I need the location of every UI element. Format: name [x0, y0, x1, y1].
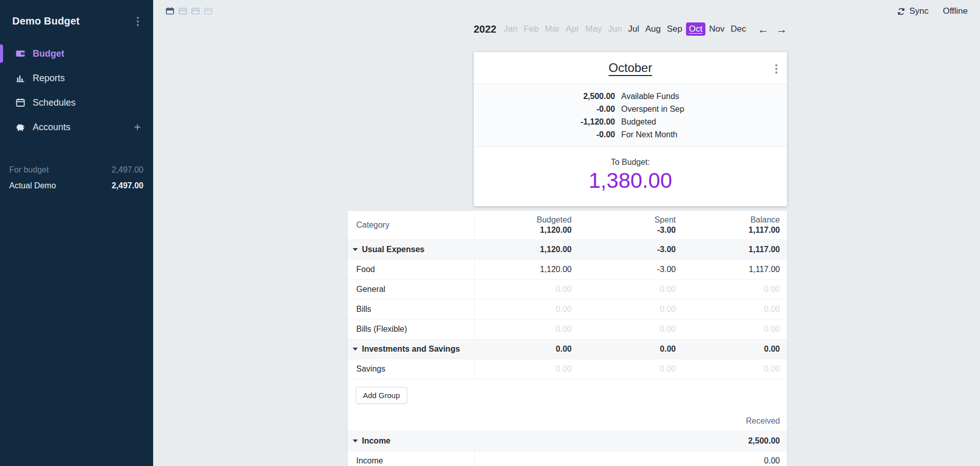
group-row-investments-savings: Investments and Savings 0.00 0.00 0.00 [348, 339, 787, 359]
budget-file-header: Demo Budget [0, 0, 153, 39]
overspent-row: -0.00 Overspent in Sep [474, 103, 787, 115]
category-name-cell[interactable]: General [348, 280, 475, 299]
chevron-down-icon[interactable] [353, 439, 358, 443]
calendar-icon [15, 97, 26, 108]
for-next-month-value: -0.00 [474, 128, 615, 141]
balance-cell[interactable]: 0.00 [683, 359, 787, 379]
balance-cell[interactable]: 1,117.00 [683, 260, 787, 279]
sidebar-item-budget[interactable]: Budget [0, 41, 153, 66]
group-name: Income [362, 436, 390, 446]
for-budget-value: 2,497.00 [112, 164, 143, 176]
month-nav-arrows: ← → [758, 24, 787, 35]
month-may[interactable]: May [583, 22, 604, 36]
account-row-actual-demo[interactable]: Actual Demo 2,497.00 [0, 178, 153, 193]
sync-icon [897, 7, 905, 16]
budgeted-header-label: Budgeted [536, 215, 572, 225]
month-oct-selected[interactable]: Oct [686, 22, 705, 36]
spent-cell[interactable]: 0.00 [579, 280, 683, 299]
category-row-bills: Bills 0.00 0.00 0.00 [348, 300, 787, 320]
category-name-cell[interactable]: Income [348, 451, 475, 466]
balance-column-header: Balance 1,117.00 [683, 211, 787, 239]
value-column-headers: Budgeted 1,120.00 Spent -3.00 Balance 1,… [475, 211, 787, 239]
sidebar-item-reports[interactable]: Reports [0, 66, 153, 90]
category-row-income: Income 0.00 [348, 451, 787, 466]
prev-month-arrow-icon[interactable]: ← [758, 24, 769, 35]
group-name: Investments and Savings [362, 345, 460, 354]
income-received-total: 2,500.00 [475, 431, 787, 451]
month-jun[interactable]: Jun [605, 22, 624, 36]
spent-cell[interactable]: -3.00 [579, 260, 683, 279]
month-sep[interactable]: Sep [665, 22, 685, 36]
add-group-button[interactable]: Add Group [356, 387, 407, 404]
month-dec[interactable]: Dec [728, 22, 748, 36]
four-month-view-icon[interactable] [204, 6, 213, 15]
next-month-arrow-icon[interactable]: → [776, 24, 787, 35]
month-jan[interactable]: Jan [501, 22, 520, 36]
budgeted-value: -1,120.00 [474, 115, 615, 128]
month-aug[interactable]: Aug [643, 22, 663, 36]
sidebar-item-schedules[interactable]: Schedules [0, 90, 153, 115]
month-menu-kebab-icon[interactable] [774, 63, 778, 75]
year-label: 2022 [474, 23, 497, 35]
balance-cell[interactable]: 0.00 [683, 280, 787, 299]
group-name-cell[interactable]: Usual Expenses [348, 240, 475, 259]
sidebar-item-label: Reports [33, 73, 65, 84]
category-column-header: Category [348, 211, 475, 239]
three-month-view-icon[interactable] [191, 6, 200, 15]
available-funds-label: Available Funds [621, 90, 679, 103]
month-title[interactable]: October [608, 61, 652, 75]
group-budgeted-total: 0.00 [475, 339, 579, 359]
overspent-label: Overspent in Sep [621, 103, 684, 115]
chevron-down-icon[interactable] [353, 348, 358, 351]
chevron-down-icon[interactable] [353, 248, 358, 251]
to-budget-value[interactable]: 1,380.00 [474, 168, 787, 193]
budgeted-cell[interactable]: 1,120.00 [475, 260, 579, 279]
sidebar-nav: Budget Reports Schedules Accounts + [0, 41, 153, 139]
category-name: General [356, 285, 385, 294]
sync-label: Sync [909, 6, 928, 16]
budget-table: Category Budgeted 1,120.00 Spent -3.00 B… [348, 211, 787, 466]
group-spent-total: -3.00 [579, 240, 683, 259]
balance-cell[interactable]: 0.00 [683, 320, 787, 339]
month-nov[interactable]: Nov [706, 22, 727, 36]
budgeted-row: -1,120.00 Budgeted [474, 115, 787, 128]
month-mar[interactable]: Mar [542, 22, 562, 36]
table-header: Category Budgeted 1,120.00 Spent -3.00 B… [348, 211, 787, 240]
month-apr[interactable]: Apr [564, 22, 582, 36]
bar-chart-icon [15, 73, 26, 83]
category-name-cell[interactable]: Food [348, 260, 475, 279]
spent-cell[interactable]: 0.00 [579, 320, 683, 339]
category-name: Food [356, 265, 375, 274]
budget-menu-kebab-icon[interactable] [136, 16, 140, 27]
category-name: Bills (Flexible) [356, 325, 407, 334]
received-column-header: Received [746, 416, 780, 426]
for-budget-label: For budget [9, 164, 48, 176]
budgeted-cell[interactable]: 0.00 [475, 300, 579, 319]
category-name-cell[interactable]: Savings [348, 359, 475, 379]
budgeted-cell[interactable]: 0.00 [475, 320, 579, 339]
active-indicator-bar [0, 44, 3, 63]
month-count-toggles [165, 6, 213, 15]
spent-cell[interactable]: 0.00 [579, 300, 683, 319]
group-balance-total: 1,117.00 [683, 240, 787, 259]
budgeted-cell[interactable]: 0.00 [475, 359, 579, 379]
group-name-cell[interactable]: Investments and Savings [348, 339, 475, 359]
sidebar-item-label: Schedules [33, 97, 76, 108]
two-month-view-icon[interactable] [178, 6, 187, 15]
sidebar-item-accounts[interactable]: Accounts + [0, 115, 153, 139]
month-feb[interactable]: Feb [521, 22, 541, 36]
month-jul[interactable]: Jul [626, 22, 642, 36]
sidebar-totals: For budget 2,497.00 Actual Demo 2,497.00 [0, 162, 153, 193]
add-account-button[interactable]: + [134, 121, 141, 133]
available-funds-value: 2,500.00 [474, 90, 615, 103]
one-month-view-icon[interactable] [165, 6, 175, 15]
balance-cell[interactable]: 0.00 [683, 300, 787, 319]
spent-cell[interactable]: 0.00 [579, 359, 683, 379]
sync-button[interactable]: Sync [897, 6, 928, 16]
received-header-row: Received [348, 409, 787, 431]
group-name-cell[interactable]: Income [348, 431, 475, 451]
category-name-cell[interactable]: Bills (Flexible) [348, 320, 475, 339]
budgeted-cell[interactable]: 0.00 [475, 280, 579, 299]
category-name-cell[interactable]: Bills [348, 300, 475, 319]
piggy-bank-icon [15, 122, 26, 132]
